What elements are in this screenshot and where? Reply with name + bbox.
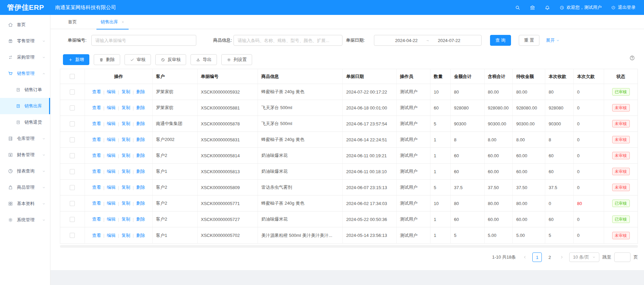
row-checkbox[interactable]	[70, 185, 75, 190]
row-checkbox[interactable]	[70, 89, 75, 95]
view-link[interactable]: 查看	[92, 232, 101, 239]
delete-link[interactable]: 删除	[136, 152, 145, 159]
page-number-1[interactable]: 1	[532, 252, 542, 262]
date-from[interactable]: 2024-04-22	[395, 38, 418, 43]
doc-icon	[16, 87, 21, 92]
row-checkbox[interactable]	[70, 153, 75, 158]
view-link[interactable]: 查看	[92, 168, 101, 175]
cell-owed: 0	[577, 105, 579, 110]
horizontal-scrollbar[interactable]	[60, 245, 638, 248]
page-size-select[interactable]: 10 条/页	[569, 252, 599, 262]
sidebar-item-system[interactable]: 系统管理	[0, 212, 50, 228]
unaudit-button[interactable]: 反审核	[155, 54, 186, 65]
doc-no-input[interactable]	[91, 35, 196, 46]
sidebar-item-purchase[interactable]: 采购管理	[0, 49, 50, 65]
row-checkbox[interactable]	[70, 169, 75, 174]
view-link[interactable]: 查看	[92, 105, 101, 111]
sidebar-item-goods[interactable]: 商品管理	[0, 179, 50, 196]
edit-link[interactable]: 编辑	[107, 232, 116, 239]
row-checkbox[interactable]	[70, 137, 75, 142]
delete-link[interactable]: 删除	[136, 105, 145, 111]
copy-link[interactable]: 复制	[121, 200, 130, 206]
date-to[interactable]: 2024-07-22	[438, 38, 461, 43]
sidebar-item-report[interactable]: 报表查询	[0, 163, 50, 179]
row-checkbox[interactable]	[70, 121, 75, 126]
date-range-picker[interactable]: 2024-04-22 ~ 2024-07-22	[374, 35, 482, 46]
copy-link[interactable]: 复制	[121, 152, 130, 159]
copy-link[interactable]: 复制	[121, 184, 130, 190]
row-checkbox[interactable]	[70, 105, 75, 110]
tab-首页[interactable]: 首页	[61, 15, 84, 29]
edit-link[interactable]: 编辑	[107, 216, 116, 222]
edit-link[interactable]: 编辑	[107, 89, 116, 95]
search-icon-button[interactable]	[515, 5, 520, 11]
prev-page-button[interactable]	[520, 253, 529, 262]
reset-button[interactable]: 重 置	[519, 35, 540, 46]
view-link[interactable]: 查看	[92, 216, 101, 222]
tab-销售出库[interactable]: 销售出库	[93, 15, 132, 29]
page-number-2[interactable]: 2	[545, 252, 554, 262]
sidebar-item-finance[interactable]: 财务管理	[0, 147, 50, 163]
delete-link[interactable]: 删除	[136, 200, 145, 206]
sidebar-item-sales-order[interactable]: 销售订单	[0, 82, 50, 98]
copy-link[interactable]: 复制	[121, 137, 130, 143]
welcome-user[interactable]: 欢迎您，测试用户	[559, 4, 602, 11]
ban-icon	[161, 58, 165, 62]
logout-button[interactable]: 退出登录	[611, 4, 636, 11]
edit-link[interactable]: 编辑	[107, 184, 116, 190]
sidebar-item-home[interactable]: 首页	[0, 17, 50, 33]
delete-link[interactable]: 删除	[136, 216, 145, 222]
delete-button[interactable]: 删除	[94, 54, 120, 65]
help-icon[interactable]	[629, 55, 635, 61]
row-checkbox[interactable]	[70, 201, 75, 206]
view-link[interactable]: 查看	[92, 152, 101, 159]
row-checkbox[interactable]	[70, 217, 75, 222]
sidebar-item-basic-data[interactable]: 基本资料	[0, 196, 50, 212]
copy-link[interactable]: 复制	[121, 121, 130, 127]
edit-link[interactable]: 编辑	[107, 152, 116, 159]
copy-link[interactable]: 复制	[121, 89, 130, 95]
cart-icon	[8, 71, 13, 76]
view-link[interactable]: 查看	[92, 121, 101, 127]
expand-link[interactable]: 展开	[546, 37, 560, 43]
pagination-total: 1-10 共18条	[492, 254, 516, 260]
bell-icon-button[interactable]	[545, 5, 550, 11]
copy-link[interactable]: 复制	[121, 105, 130, 111]
copy-link[interactable]: 复制	[121, 216, 130, 222]
view-link[interactable]: 查看	[92, 184, 101, 190]
column-setting-button[interactable]: 列设置	[221, 54, 252, 65]
view-link[interactable]: 查看	[92, 137, 101, 143]
delete-link[interactable]: 删除	[136, 232, 145, 239]
edit-link[interactable]: 编辑	[107, 121, 116, 127]
export-button[interactable]: 导出	[191, 54, 217, 65]
copy-link[interactable]: 复制	[121, 232, 130, 239]
view-link[interactable]: 查看	[92, 89, 101, 95]
sidebar-item-warehouse[interactable]: 仓库管理	[0, 130, 50, 147]
sidebar-item-retail[interactable]: 零售管理	[0, 33, 50, 49]
edit-link[interactable]: 编辑	[107, 137, 116, 143]
edit-link[interactable]: 编辑	[107, 200, 116, 206]
delete-link[interactable]: 删除	[136, 137, 145, 143]
next-page-button[interactable]	[557, 253, 566, 262]
audit-button[interactable]: 审核	[125, 54, 151, 65]
product-info-input[interactable]	[234, 35, 342, 46]
tab-close-button[interactable]	[121, 20, 125, 24]
sidebar-item-sales-return[interactable]: 销售退货	[0, 114, 50, 130]
row-checkbox[interactable]	[70, 233, 75, 238]
copy-link[interactable]: 复制	[121, 168, 130, 175]
add-button[interactable]: 新增	[63, 54, 89, 65]
search-button[interactable]: 查 询	[490, 35, 511, 46]
bank-icon-button[interactable]	[530, 5, 535, 11]
edit-link[interactable]: 编辑	[107, 168, 116, 175]
cell-product: 蜂蜜柚子茶 240g 黄色	[261, 89, 304, 95]
edit-link[interactable]: 编辑	[107, 105, 116, 111]
jump-page-input[interactable]	[614, 252, 630, 262]
select-all-checkbox[interactable]	[70, 74, 75, 79]
delete-link[interactable]: 删除	[136, 121, 145, 127]
view-link[interactable]: 查看	[92, 200, 101, 206]
delete-link[interactable]: 删除	[136, 89, 145, 95]
sidebar-item-sales[interactable]: 销售管理	[0, 65, 50, 82]
delete-link[interactable]: 删除	[136, 184, 145, 190]
delete-link[interactable]: 删除	[136, 168, 145, 175]
sidebar-item-sales-outbound[interactable]: 销售出库	[0, 98, 50, 114]
